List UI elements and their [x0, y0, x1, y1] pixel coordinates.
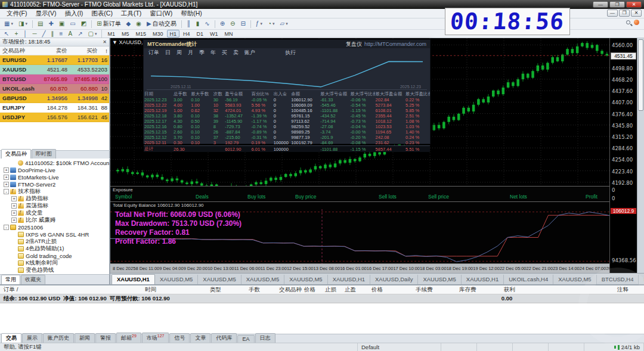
navigator-item[interactable]: 411010052: $100k FTMO Account: [0, 159, 109, 166]
stats-row[interactable]: 2025.12.224.001.00105583.935.56 %0106069…: [144, 102, 430, 108]
navigator-item[interactable]: +DooPrime-Live: [0, 166, 109, 173]
terminal-tab-展示[interactable]: 展示: [22, 333, 42, 343]
timeframe-h4[interactable]: H4: [180, 30, 193, 38]
metaeditor-button[interactable]: ◆: [124, 20, 134, 29]
profiles-button[interactable]: ◨▾: [16, 20, 30, 29]
terminal-tab-文章[interactable]: 文章: [190, 333, 210, 343]
mtcommander-tab[interactable]: 订单: [148, 49, 159, 57]
new-order-button[interactable]: ⊞新订单: [94, 20, 123, 29]
tree-expander-icon[interactable]: +: [4, 167, 9, 173]
mtcommander-tab[interactable]: 周: [177, 49, 182, 57]
chart-tab[interactable]: XAUUSD,M5: [242, 275, 284, 284]
market-watch-tab[interactable]: 即时图: [32, 149, 56, 159]
navigator-item[interactable]: -技术指标: [0, 188, 109, 195]
terminal-col-header[interactable]: 时间: [145, 286, 156, 294]
menu-item[interactable]: 插入(I): [60, 9, 87, 18]
mtcommander-tab[interactable]: 账户: [244, 49, 255, 57]
terminal-tab-交易[interactable]: 交易: [1, 333, 21, 343]
terminal-tab-代码库[interactable]: 代码库: [211, 333, 237, 343]
periods-button[interactable]: ◔▾: [265, 20, 277, 29]
navigator-tab[interactable]: 常用: [1, 275, 20, 284]
bar-chart-button[interactable]: ║: [184, 20, 193, 29]
navigator-item[interactable]: -20251006: [0, 223, 109, 231]
vertical-line-button[interactable]: │: [21, 29, 29, 38]
auto-trading-button[interactable]: ▶自动交易: [144, 20, 179, 29]
candle-chart-button[interactable]: ▮: [194, 20, 202, 29]
line-chart-button[interactable]: ∿: [202, 20, 212, 29]
navigator-item[interactable]: 变色趋势线: [0, 266, 109, 274]
navigator-item[interactable]: +趋势指标: [0, 195, 109, 202]
tree-expander-icon[interactable]: -: [4, 225, 9, 230]
chart-tab[interactable]: XAUUSD,M5: [284, 275, 327, 284]
arrows-button[interactable]: ↗: [75, 29, 85, 38]
market-row[interactable]: GBPUSD1.349561.3499842: [0, 94, 109, 103]
market-row[interactable]: EURJPY184.278184.36188: [0, 103, 109, 113]
navigator-item[interactable]: +EtoMarkets-Live: [0, 173, 109, 181]
horizontal-line-button[interactable]: ─: [30, 29, 39, 38]
equidistant-channel-button[interactable]: ∥: [49, 29, 57, 38]
mtcommander-tab-exec[interactable]: 执行: [285, 49, 296, 57]
chart-tab[interactable]: XAUUSD,H1: [328, 275, 370, 284]
child-restore-button[interactable]: ❐: [619, 10, 630, 17]
close-button[interactable]: ✕: [626, 1, 642, 8]
terminal-col-header[interactable]: 类型: [210, 286, 221, 294]
navigator-item[interactable]: 4色趋势辅助(1): [0, 245, 109, 252]
navigator-item[interactable]: 2倍ATR止损: [0, 238, 109, 245]
shapes-button[interactable]: ▢▾: [86, 29, 100, 38]
mtcommander-tab[interactable]: 买: [222, 49, 227, 57]
mtcommander-tab[interactable]: 卖: [233, 49, 239, 57]
terminal-tab-市场[interactable]: 市场127: [142, 333, 169, 343]
terminal-col-header[interactable]: 交易品种: [279, 286, 302, 294]
timeframe-h1[interactable]: H1: [167, 30, 180, 38]
stats-row[interactable]: 2025.12.110.300.103192.790.19 %100000100…: [144, 140, 430, 146]
terminal-col-header[interactable]: 价格: [371, 286, 383, 294]
cursor-button[interactable]: ↖: [2, 29, 11, 38]
menu-item[interactable]: 窗口(W): [145, 9, 177, 18]
timeframe-m30[interactable]: M30: [150, 30, 166, 38]
navigator-item[interactable]: K线剩余时间: [0, 259, 109, 266]
navigator-item[interactable]: IXPS v8 GANN SSL 4HR: [0, 231, 109, 238]
market-row[interactable]: USDJPY156.576156.62145: [0, 113, 109, 122]
tree-expander-icon[interactable]: +: [4, 175, 9, 180]
stats-row[interactable]: 2025.12.123.700.1037-215.60-0.31 %099877…: [144, 135, 430, 140]
terminal-col-header[interactable]: 止损: [325, 286, 336, 294]
mtcommander-tab[interactable]: 季: [199, 49, 205, 57]
chart-scrollbar[interactable]: [637, 38, 644, 273]
navigator-item[interactable]: +FTMO-Server2: [0, 181, 109, 188]
new-chart-button[interactable]: ▦▾: [2, 20, 16, 29]
navigator-item[interactable]: +成交量: [0, 209, 109, 216]
terminal-tab-信号[interactable]: 信号: [169, 333, 190, 343]
terminal-tab-账户历史[interactable]: 账户历史: [43, 333, 74, 343]
terminal-col-header[interactable]: 止盈: [345, 286, 356, 294]
tile-windows-button[interactable]: ⊟: [238, 20, 247, 29]
navigator-item[interactable]: Gold trading_code: [0, 252, 109, 259]
child-minimize-button[interactable]: —: [607, 10, 618, 17]
tree-expander-icon[interactable]: -: [4, 189, 9, 194]
mtcommander-tab[interactable]: 年: [210, 49, 216, 57]
crosshair-button[interactable]: +: [12, 29, 20, 38]
tree-expander-icon[interactable]: +: [11, 218, 17, 223]
menu-item[interactable]: 文件(F): [2, 9, 31, 18]
search-icon[interactable]: [626, 20, 630, 24]
mtcommander-url[interactable]: http://MTCommander.com: [364, 41, 426, 47]
templates-button[interactable]: ▱▾: [277, 20, 290, 29]
terminal-tab-邮箱[interactable]: 邮箱29: [116, 333, 141, 343]
stats-row[interactable]: 2025.12.174.300.5039-1145.90-1.17 %09711…: [144, 119, 430, 124]
child-close-button[interactable]: ✕: [631, 10, 642, 17]
navigator-tab[interactable]: 收藏夹: [21, 275, 45, 284]
terminal-col-header[interactable]: 注释: [617, 286, 628, 294]
terminal-tab-EA[interactable]: EA: [237, 335, 254, 343]
zoom-in-button[interactable]: ⊕: [218, 20, 227, 29]
chart-tab[interactable]: EURUSD,H4: [639, 275, 644, 284]
terminal-tab-日志[interactable]: 日志: [255, 333, 275, 343]
market-watch-tab[interactable]: 交易品种: [1, 149, 31, 159]
market-watch-button[interactable]: ▤: [35, 20, 45, 29]
fibonacci-button[interactable]: ≡: [57, 29, 66, 38]
terminal-col-header[interactable]: 库存费: [459, 286, 476, 294]
tree-expander-icon[interactable]: +: [11, 203, 17, 209]
mtcommander-titlebar[interactable]: MTCommander统计 复盘仪 http://MTCommander.com: [144, 40, 430, 48]
tree-expander-icon[interactable]: +: [4, 182, 9, 187]
terminal-col-header[interactable]: 手数: [249, 286, 260, 294]
chart-tab[interactable]: BTCUSD,H4: [597, 275, 639, 284]
market-row[interactable]: BTCUSD87465.8987485.89100: [0, 74, 109, 84]
